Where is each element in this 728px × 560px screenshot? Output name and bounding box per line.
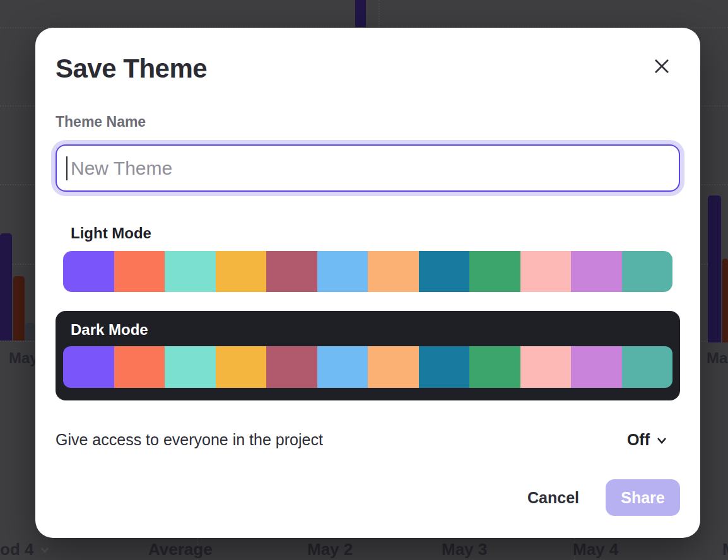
light-mode-label: Light Mode	[71, 225, 680, 242]
close-button[interactable]	[651, 55, 672, 77]
share-button[interactable]: Share	[606, 479, 680, 516]
palette-swatch	[63, 346, 114, 388]
palette-swatch	[368, 251, 419, 292]
theme-name-input[interactable]	[56, 144, 680, 192]
chart-bar	[722, 259, 728, 342]
theme-name-field-wrap	[56, 144, 680, 192]
light-mode-palette	[63, 251, 672, 292]
palette-swatch	[317, 346, 368, 388]
palette-swatch	[216, 346, 267, 388]
chart-bar	[13, 276, 25, 341]
theme-name-label: Theme Name	[56, 114, 680, 131]
column-header-may4: May 4	[573, 540, 618, 559]
palette-swatch	[520, 346, 572, 388]
palette-swatch	[571, 251, 622, 292]
chart-bar	[708, 195, 721, 342]
palette-swatch	[63, 251, 114, 292]
palette-swatch	[114, 251, 165, 292]
palette-swatch	[165, 346, 216, 388]
access-row: Give access to everyone in the project O…	[56, 431, 680, 449]
palette-swatch	[520, 251, 572, 292]
palette-swatch	[216, 251, 267, 292]
chevron-down-icon	[40, 545, 50, 555]
chart-bar	[355, 0, 366, 27]
palette-swatch	[266, 346, 317, 388]
palette-swatch	[165, 251, 216, 292]
save-theme-dialog: Save Theme Theme Name Light Mode Dark Mo…	[35, 28, 700, 538]
x-axis-label: Ma	[707, 349, 727, 367]
column-header-partial: M	[722, 540, 728, 559]
palette-swatch	[622, 346, 673, 388]
close-icon	[654, 58, 670, 74]
dark-mode-label: Dark Mode	[71, 321, 672, 339]
dark-mode-card: Dark Mode	[56, 311, 680, 400]
cancel-button[interactable]: Cancel	[527, 482, 579, 513]
palette-swatch	[622, 251, 673, 292]
chart-bar	[0, 233, 12, 341]
period-dropdown-label: od 4	[0, 540, 33, 559]
gridline	[379, 0, 380, 27]
dialog-footer: Cancel Share	[56, 479, 680, 516]
x-axis-label: May	[9, 349, 38, 367]
palette-swatch	[469, 346, 520, 388]
palette-swatch	[571, 346, 622, 388]
dialog-title: Save Theme	[56, 53, 680, 85]
palette-swatch	[114, 346, 165, 388]
chevron-down-icon	[656, 435, 667, 446]
column-header-average: Average	[148, 540, 213, 559]
column-header-may3: May 3	[442, 540, 487, 559]
access-label: Give access to everyone in the project	[56, 431, 323, 449]
palette-swatch	[469, 251, 520, 292]
palette-swatch	[419, 346, 470, 388]
palette-swatch	[368, 346, 419, 388]
palette-swatch	[419, 251, 470, 292]
access-dropdown[interactable]: Off	[627, 431, 667, 449]
access-dropdown-value: Off	[627, 431, 650, 449]
palette-swatch	[266, 251, 317, 292]
chart-bar	[25, 323, 35, 341]
column-header-may2: May 2	[307, 540, 353, 559]
period-dropdown[interactable]: od 4	[0, 540, 50, 559]
palette-swatch	[317, 251, 368, 292]
dark-mode-palette	[63, 346, 672, 388]
text-caret	[66, 156, 68, 180]
